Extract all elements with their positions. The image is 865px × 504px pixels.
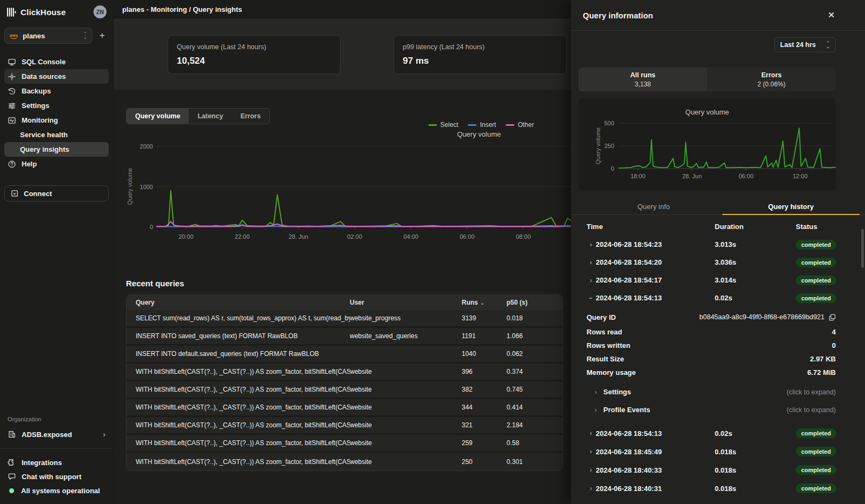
toggle-all-runs[interactable]: All runs3,138 (578, 68, 707, 91)
sidebar-item-help[interactable]: Help (4, 157, 109, 171)
detail-label: Memory usage (578, 368, 636, 377)
column-header-user[interactable]: User (350, 299, 462, 306)
tab-query-history[interactable]: Query history (722, 199, 860, 214)
cell-p50: 0.58 (507, 439, 562, 447)
table-row[interactable]: WITH bitShiftLeft(CAST(?..), _CAST(?..))… (127, 453, 562, 471)
connect-label: Connect (24, 190, 52, 198)
stat-card-query-volume: Query volume (Last 24 hours) 10,524 (168, 35, 341, 74)
detail-value: 6.72 MiB (807, 368, 836, 377)
sidebar-item-label: All systems operational (21, 487, 100, 495)
table-row[interactable]: SELECT sum(read_rows) AS r, sum(total_ro… (127, 310, 562, 328)
stat-value: 10,524 (177, 56, 331, 66)
chat-icon (8, 472, 16, 481)
copy-icon[interactable] (829, 314, 836, 321)
chevron-right-icon[interactable]: › (586, 429, 596, 437)
cell-query: WITH bitShiftLeft(CAST(?..), _CAST(?..))… (127, 386, 350, 393)
chevron-down-icon[interactable]: › (587, 293, 595, 303)
sidebar-item-backups[interactable]: Backups (4, 84, 109, 98)
sidebar-item-sql-console[interactable]: SQL Console (4, 55, 109, 69)
column-header-runs[interactable]: Runs⌄ (462, 299, 507, 306)
history-row[interactable]: ›2024-06-28 18:40:330.018scompleted (578, 461, 841, 479)
table-row[interactable]: WITH bitShiftLeft(CAST(?..), _CAST(?..))… (127, 435, 562, 453)
time-range-select[interactable]: Last 24 hrs ⌃⌄ (774, 37, 836, 52)
stat-label: Query volume (Last 24 hours) (177, 43, 331, 51)
chart-legend: SelectInsertOther (428, 121, 534, 129)
sidebar-item-service-health[interactable]: Service health (4, 127, 109, 142)
organization-row[interactable]: ADSB.exposed › (4, 427, 109, 442)
expandable-settings[interactable]: ›Settings(click to expand) (578, 383, 836, 401)
cell-runs: 344 (462, 404, 507, 411)
sidebar-item-data-sources[interactable]: Data sources (4, 69, 109, 84)
table-row[interactable]: INSERT INTO saved_queries (text) FORMAT … (127, 328, 562, 346)
cell-p50: 0.745 (507, 386, 562, 393)
cell-p50: 0.062 (507, 350, 562, 358)
connect-button[interactable]: Connect (4, 185, 109, 201)
building-icon (8, 430, 16, 439)
run-duration: 3.036s (715, 258, 796, 266)
sidebar-item-query-insights[interactable]: Query insights (4, 142, 109, 157)
table-row[interactable]: INSERT INTO default.saved_queries (text)… (127, 346, 562, 364)
chevron-right-icon[interactable]: › (586, 259, 596, 266)
chevron-right-icon[interactable]: › (586, 466, 596, 474)
table-row[interactable]: WITH bitShiftLeft(CAST(?..), _CAST(?..))… (127, 364, 562, 381)
chevron-right-icon: › (595, 388, 597, 396)
legend-item-other[interactable]: Other (506, 121, 534, 129)
column-header-p50-s-[interactable]: p50 (s) (507, 299, 562, 306)
service-selector[interactable]: aws planes ⌃⌄ (4, 28, 92, 44)
close-icon[interactable]: ✕ (828, 10, 835, 20)
sidebar-item-settings[interactable]: Settings (4, 98, 109, 113)
expandable-profile-events[interactable]: ›Profile Events(click to expand) (578, 401, 836, 419)
cell-p50: 0.018 (507, 314, 562, 322)
chevron-right-icon[interactable]: › (586, 485, 596, 492)
sidebar-item-integrations[interactable]: Integrations (4, 455, 109, 469)
panel-scrollbar[interactable] (861, 229, 864, 268)
add-service-button[interactable]: + (96, 30, 109, 41)
legend-swatch (428, 124, 437, 126)
expand-hint: (click to expand) (787, 406, 836, 414)
sidebar-item-monitoring[interactable]: Monitoring (4, 113, 109, 127)
status-badge: completed (796, 483, 836, 493)
tab-query-volume[interactable]: Query volume (127, 109, 189, 124)
tab-errors[interactable]: Errors (232, 109, 270, 124)
legend-label: Other (518, 121, 534, 129)
toggle-label: All runs (630, 71, 656, 79)
history-row[interactable]: ›2024-06-28 18:45:490.018scompleted (578, 442, 841, 461)
chevron-right-icon[interactable]: › (586, 448, 596, 455)
sidebar-item-chat-with-support[interactable]: Chat with support (4, 469, 109, 483)
chevron-right-icon: › (103, 430, 105, 439)
history-row[interactable]: ›2024-06-28 18:54:173.014scompleted (578, 271, 841, 289)
table-row[interactable]: WITH bitShiftLeft(CAST(?..), _CAST(?..))… (127, 381, 562, 399)
table-row[interactable]: WITH bitShiftLeft(CAST(?..), _CAST(?..))… (127, 417, 562, 435)
run-time: 2024-06-28 18:54:20 (596, 258, 662, 266)
history-row[interactable]: ›2024-06-28 18:54:233.013scompleted (578, 236, 841, 253)
history-row[interactable]: ›2024-06-28 18:54:130.02scompleted (578, 424, 841, 442)
main-content: planes - Monitoring / Query insights Que… (114, 0, 571, 504)
chevron-right-icon[interactable]: › (586, 277, 596, 284)
legend-item-insert[interactable]: Insert (468, 121, 496, 129)
cell-query: INSERT INTO default.saved_queries (text)… (127, 350, 350, 358)
run-duration: 3.013s (715, 240, 796, 248)
brand-name: ClickHouse (21, 8, 66, 17)
user-avatar[interactable]: ZN (94, 5, 107, 18)
history-row[interactable]: ›2024-06-28 18:54:203.036scompleted (578, 253, 841, 271)
legend-item-select[interactable]: Select (428, 121, 458, 129)
table-row[interactable]: WITH bitShiftLeft(CAST(?..), _CAST(?..))… (127, 399, 562, 417)
history-row[interactable]: ›2024-06-28 18:40:310.018scompleted (578, 479, 841, 498)
detail-row: Rows read4 (578, 325, 836, 339)
query-id-value: b0845aa9-a8c9-49f0-8f68-e678669bd921 (700, 313, 824, 321)
sidebar-item-all-systems-operational[interactable]: All systems operational (4, 483, 109, 498)
detail-label: Result Size (578, 355, 624, 363)
column-header-query[interactable]: Query (127, 299, 350, 306)
svg-text:500: 500 (604, 120, 614, 126)
history-row[interactable]: ›2024-06-28 18:54:130.02scompleted (578, 289, 841, 307)
tab-latency[interactable]: Latency (189, 109, 231, 124)
chart-tabs: Query volumeLatencyErrors (126, 108, 270, 124)
tab-query-info[interactable]: Query info (585, 199, 722, 214)
cell-user: website (350, 439, 462, 447)
chevron-right-icon[interactable]: › (586, 241, 596, 248)
settings-icon (8, 102, 16, 110)
toggle-errors[interactable]: Errors2 (0.06%) (707, 68, 836, 91)
cell-p50: 1.066 (507, 332, 562, 340)
stat-value: 97 ms (403, 56, 557, 66)
cell-query: SELECT sum(read_rows) AS r, sum(total_ro… (127, 314, 350, 322)
